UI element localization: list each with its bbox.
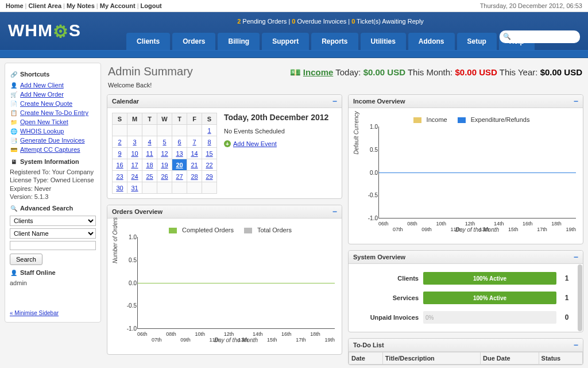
cal-day[interactable]: 7	[187, 136, 202, 148]
minimise-sidebar-link[interactable]: « Minimise Sidebar	[10, 310, 96, 316]
system-row-label: Clients	[355, 275, 419, 282]
shortcuts-list: 👤Add New Client🛒Add New Order📄Create New…	[10, 80, 96, 154]
cal-day[interactable]: 22	[202, 159, 217, 171]
cal-day[interactable]: 29	[202, 171, 217, 182]
cal-day[interactable]: 24	[127, 171, 142, 182]
shortcut-link[interactable]: Attempt CC Captures	[20, 146, 80, 153]
cal-day[interactable]: 13	[172, 148, 187, 159]
shortcut-link[interactable]: WHOIS Lookup	[20, 128, 64, 135]
system-row-count: 1	[561, 294, 572, 302]
shortcut-icon: 📁	[10, 118, 18, 126]
global-search: 🔍	[500, 30, 580, 43]
shortcut-link[interactable]: Generate Due Invoices	[20, 137, 85, 144]
plus-icon: +	[224, 140, 231, 147]
cal-day[interactable]: 23	[113, 171, 127, 182]
topnav-client-area[interactable]: Client Area	[28, 2, 61, 9]
cal-day[interactable]: 6	[172, 136, 187, 148]
topnav-my-account[interactable]: My Account	[100, 2, 136, 9]
nav-support[interactable]: Support	[262, 33, 309, 50]
nav-utilities[interactable]: Utilities	[361, 33, 406, 50]
sysinfo-block: Registered To: Your Company License Type…	[10, 168, 96, 201]
progress-bar: 100% Active	[423, 292, 556, 304]
cal-day[interactable]: 31	[127, 182, 142, 194]
header: WHM⚙S 2 Pending Orders | 0 Overdue Invoi…	[0, 12, 588, 58]
cal-day[interactable]: 14	[187, 148, 202, 159]
shortcut-item: 💳Attempt CC Captures	[10, 145, 96, 154]
topnav-my-notes[interactable]: My Notes	[67, 2, 95, 9]
advsearch-scope[interactable]: Clients	[10, 216, 96, 226]
shortcut-icon: 🛒	[10, 90, 18, 98]
topnav-logout[interactable]: Logout	[141, 2, 162, 9]
nav-billing[interactable]: Billing	[218, 33, 260, 50]
search-icon: 🔍	[10, 204, 18, 212]
shortcut-link[interactable]: Add New Client	[20, 82, 64, 89]
orders-xlabels: 06th07th08th09th10th11th12th13th14th15th…	[137, 331, 335, 337]
cal-day[interactable]: 8	[202, 136, 217, 148]
cal-day[interactable]: 27	[172, 171, 187, 182]
progress-bar: 0%	[423, 311, 556, 324]
cal-day[interactable]: 28	[187, 171, 202, 182]
advsearch-button[interactable]: Search	[10, 254, 42, 265]
cal-day[interactable]: 26	[157, 171, 172, 182]
cal-day[interactable]: 30	[113, 182, 127, 194]
cal-day[interactable]: 9	[113, 148, 127, 159]
system-row: Services100% Active1	[353, 288, 575, 308]
minimize-icon[interactable]: −	[574, 254, 578, 260]
cal-day[interactable]: 15	[202, 148, 217, 159]
cal-day[interactable]: 25	[142, 171, 157, 182]
cal-day[interactable]: 12	[157, 148, 172, 159]
minimize-icon[interactable]: −	[574, 342, 578, 348]
minimize-icon[interactable]: −	[332, 98, 337, 104]
cal-day[interactable]: 19	[157, 159, 172, 171]
sidebar: 🔗Shortcuts 👤Add New Client🛒Add New Order…	[5, 63, 101, 323]
shortcut-link[interactable]: Create New Quote	[20, 100, 72, 107]
cal-day[interactable]: 17	[127, 159, 142, 171]
nav-orders[interactable]: Orders	[172, 33, 215, 50]
system-row-count: 1	[561, 274, 572, 282]
cal-day[interactable]: 11	[142, 148, 157, 159]
system-row-count: 0	[561, 313, 572, 321]
income-xlabels: 06th07th08th09th10th11th12th13th14th15th…	[378, 221, 576, 227]
cal-day[interactable]: 4	[142, 136, 157, 148]
nav-setup[interactable]: Setup	[457, 33, 497, 50]
advsearch-input[interactable]	[10, 241, 96, 250]
cal-body: 1234567891011121314151617181920212223242…	[113, 125, 217, 194]
todo-panel: To-Do List− DateTitle/DescriptionDue Dat…	[348, 338, 583, 365]
shortcut-link[interactable]: Open New Ticket	[20, 118, 68, 125]
nav-addons[interactable]: Addons	[408, 33, 455, 50]
shortcut-icon: 👤	[10, 81, 18, 89]
advsearch-field[interactable]: Client Name	[10, 228, 96, 239]
nav-strip	[0, 50, 588, 58]
shortcut-link[interactable]: Create New To-Do Entry	[20, 109, 88, 116]
shortcut-link[interactable]: Add New Order	[20, 91, 64, 98]
cal-day[interactable]: 1	[202, 125, 217, 136]
orders-chart: Number of Orders Completed OrdersTotal O…	[112, 223, 337, 350]
staff-heading: 👤Staff Online	[10, 269, 96, 277]
topnav-home[interactable]: Home	[6, 2, 24, 9]
cal-day[interactable]: 10	[127, 148, 142, 159]
cal-day[interactable]: 5	[157, 136, 172, 148]
cal-day[interactable]: 21	[187, 159, 202, 171]
shortcut-item: 📁Open New Ticket	[10, 117, 96, 126]
search-input[interactable]	[500, 30, 580, 43]
system-panel: System Overview− Clients100% Active1Serv…	[348, 250, 583, 332]
logo: WHM⚙S	[8, 17, 81, 40]
info-icon: 🖥	[10, 158, 18, 166]
cal-day[interactable]: 2	[113, 136, 127, 148]
cal-dow-row: SMTWTFS	[113, 113, 217, 125]
income-link[interactable]: Income	[303, 67, 334, 77]
shortcut-item: 📋Create New To-Do Entry	[10, 108, 96, 117]
cal-day[interactable]: 16	[113, 159, 127, 171]
nav-reports[interactable]: Reports	[311, 33, 358, 50]
page-title: Admin Summary	[108, 65, 193, 78]
cal-day[interactable]: 18	[142, 159, 157, 171]
minimize-icon[interactable]: −	[574, 98, 578, 104]
calendar-panel: Calendar− SMTWTFS12345678910111213141516…	[107, 94, 342, 199]
cal-day[interactable]: 3	[127, 136, 142, 148]
nav-clients[interactable]: Clients	[126, 33, 170, 50]
cal-day[interactable]: 20	[172, 159, 187, 171]
minimize-icon[interactable]: −	[332, 209, 337, 214]
scrollbar[interactable]	[578, 264, 582, 331]
add-event-link[interactable]: Add New Event	[233, 140, 277, 147]
main-content: Admin Summary 💵 Income Today: $0.00 USD …	[107, 63, 583, 365]
